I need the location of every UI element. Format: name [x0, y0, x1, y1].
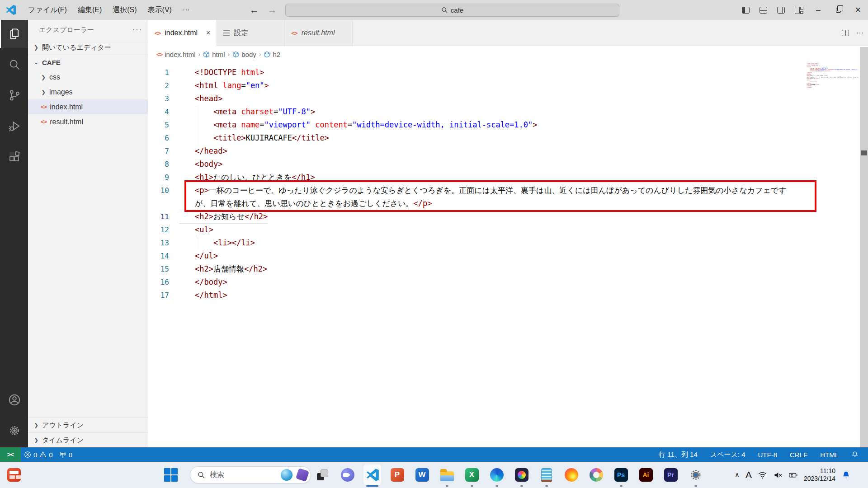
outline-section[interactable]: ❯ アウトライン — [28, 418, 148, 432]
taskbar-app-adobe-cc[interactable] — [509, 462, 534, 488]
taskbar-app-task-view[interactable] — [310, 462, 335, 488]
ports-status[interactable]: 0 — [56, 447, 75, 462]
code-line-3[interactable]: 3<head> — [148, 92, 859, 105]
editor-more-actions-icon[interactable]: ··· — [856, 29, 863, 37]
taskbar-app-photoshop[interactable]: Ps — [609, 462, 633, 488]
files-icon[interactable] — [0, 20, 28, 48]
code-line-12[interactable]: 12<ul> — [148, 223, 859, 236]
taskbar-app-chat[interactable] — [335, 462, 360, 488]
illustrator-icon: Ai — [639, 468, 653, 482]
taskbar-app-settings[interactable] — [683, 462, 708, 488]
problems-status[interactable]: 0 0 — [21, 447, 56, 462]
search-icon[interactable] — [0, 51, 28, 79]
wifi-icon[interactable] — [758, 470, 767, 480]
cursor-position[interactable]: 行 11、列 14 — [656, 450, 701, 459]
minimize-button[interactable]: – — [808, 0, 828, 20]
code-line-15[interactable]: 15<h2>店舗情報</h2> — [148, 263, 859, 276]
eol-sequence[interactable]: CRLF — [787, 451, 811, 459]
extensions-icon[interactable] — [0, 143, 28, 171]
scrollbar-thumb[interactable] — [861, 150, 867, 155]
source-control-icon[interactable] — [0, 81, 28, 109]
code-line-6[interactable]: 6 <title>KUJIRACAFE</title> — [148, 131, 859, 145]
line-content: </head> — [179, 145, 227, 158]
close-button[interactable]: × — [848, 0, 868, 20]
tree-item-css[interactable]: ❯css — [28, 70, 148, 84]
code-line-11[interactable]: 11<h2>お知らせ</h2> — [148, 210, 859, 223]
code-line-16[interactable]: 16</body> — [148, 276, 859, 289]
explorer-more-actions[interactable]: ··· — [132, 26, 142, 34]
taskbar-app-premiere[interactable]: Pr — [658, 462, 683, 488]
tree-item-result.html[interactable]: <>result.html — [28, 114, 148, 129]
hidden-icons-chevron[interactable]: ∧ — [735, 471, 740, 479]
breadcrumb-separator: › — [259, 51, 261, 58]
menu-item[interactable]: 編集(E) — [72, 3, 107, 17]
widgets-button[interactable] — [7, 462, 24, 488]
encoding[interactable]: UTF-8 — [755, 451, 780, 459]
toggle-panel-icon[interactable] — [760, 7, 767, 14]
language-mode[interactable]: HTML — [817, 451, 842, 459]
code-line-5[interactable]: 5 <meta name="viewport" content="width=d… — [148, 118, 859, 131]
tree-item-images[interactable]: ❯images — [28, 84, 148, 99]
command-center-search[interactable]: cafe — [285, 4, 619, 17]
tab-設定[interactable]: 設定 — [217, 20, 285, 46]
menu-item[interactable]: ファイル(F) — [23, 3, 72, 17]
menu-item[interactable]: 表示(V) — [142, 3, 177, 17]
tree-item-index.html[interactable]: <>index.html — [28, 99, 148, 114]
run-debug-icon[interactable] — [0, 112, 28, 140]
breadcrumb-item-body[interactable]: body — [232, 51, 256, 58]
toggle-sidebar-icon[interactable] — [742, 7, 750, 14]
taskbar-clock[interactable]: 11:10 2023/12/14 — [804, 467, 835, 483]
code-line-1[interactable]: 1<!DOCTYPE html> — [148, 66, 859, 79]
code-area[interactable]: 1<!DOCTYPE html>2<html lang="en">3<head>… — [148, 62, 859, 447]
remote-indicator[interactable]: >< — [0, 447, 21, 462]
nav-back-icon[interactable]: ← — [250, 5, 259, 15]
taskbar-app-notepad[interactable] — [534, 462, 559, 488]
settings-gear-icon[interactable] — [0, 417, 28, 445]
menu-item[interactable]: ··· — [177, 3, 195, 17]
tab-index.html[interactable]: <>index.html× — [148, 20, 217, 46]
taskbar-app-word[interactable]: W — [410, 462, 434, 488]
code-line-10[interactable]: 10<p>一杯のコーヒーで、ゆったり泳ぐクジラのような安らぎとくつろぎを。正面に… — [148, 184, 859, 210]
code-line-17[interactable]: 17</html> — [148, 289, 859, 302]
taskbar-app-firefox[interactable] — [559, 462, 584, 488]
taskbar-search[interactable]: 検索 — [190, 466, 311, 483]
scrollbar[interactable] — [860, 47, 868, 447]
code-line-13[interactable]: 13 <li></li> — [148, 236, 859, 249]
account-icon[interactable] — [0, 386, 28, 414]
menu-item[interactable]: 選択(S) — [107, 3, 142, 17]
nav-forward-icon[interactable]: → — [268, 5, 277, 15]
toggle-secondary-sidebar-icon[interactable] — [777, 7, 785, 14]
notifications-bell-icon[interactable] — [848, 451, 862, 458]
taskbar-app-excel[interactable]: X — [459, 462, 484, 488]
taskbar-app-explorer[interactable] — [434, 462, 459, 488]
breadcrumb-item-index.html[interactable]: <>index.html — [156, 51, 196, 58]
code-line-8[interactable]: 8<body> — [148, 158, 859, 171]
ime-mode-indicator[interactable]: A — [745, 469, 752, 480]
battery-icon[interactable] — [788, 470, 798, 480]
indentation[interactable]: スペース: 4 — [707, 450, 749, 459]
breadcrumb-item-html[interactable]: html — [203, 51, 225, 58]
taskbar-app-edge[interactable] — [484, 462, 509, 488]
timeline-section[interactable]: ❯ タイムライン — [28, 432, 148, 447]
start-button[interactable] — [164, 468, 178, 482]
code-line-2[interactable]: 2<html lang="en"> — [148, 79, 859, 92]
split-editor-icon[interactable] — [842, 30, 849, 36]
taskbar-app-vscode[interactable] — [360, 462, 385, 488]
code-line-14[interactable]: 14</ul> — [148, 249, 859, 263]
code-line-4[interactable]: 4 <meta charset="UTF-8"> — [148, 105, 859, 118]
workspace-root[interactable]: ⌄ CAFE — [28, 55, 148, 70]
notification-bell-icon[interactable] — [841, 470, 851, 480]
code-line-9[interactable]: 9<h1>たのしい、ひとときを</h1> — [148, 171, 859, 184]
taskbar-app-powerpoint[interactable]: P — [385, 462, 410, 488]
breadcrumb-item-h2[interactable]: h2 — [264, 51, 280, 58]
running-indicator — [495, 485, 498, 487]
tab-close-icon[interactable]: × — [206, 29, 210, 37]
customize-layout-icon[interactable] — [795, 6, 803, 14]
volume-mute-icon[interactable] — [773, 470, 783, 480]
taskbar-app-paint[interactable] — [584, 462, 609, 488]
restore-button[interactable] — [828, 0, 848, 20]
open-editors-section[interactable]: ❯ 開いているエディター — [28, 40, 148, 55]
taskbar-app-illustrator[interactable]: Ai — [633, 462, 658, 488]
tab-result.html[interactable]: <>result.html — [285, 20, 353, 46]
code-line-7[interactable]: 7</head> — [148, 145, 859, 158]
